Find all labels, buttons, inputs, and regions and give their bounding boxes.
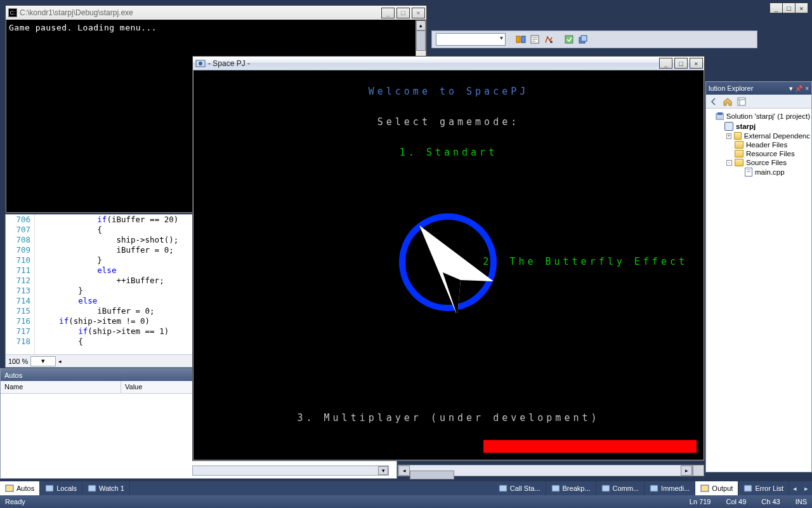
doc-hscroll[interactable]: ◂ ▸ (398, 465, 693, 476)
game-minimize-button[interactable]: _ (659, 58, 672, 69)
cmd-icon: C: (8, 8, 17, 17)
bottom-tab[interactable]: Output (695, 481, 738, 495)
status-bar: Ready Ln 719 Col 49 Ch 43 INS (0, 495, 812, 508)
autos-title: Autos (4, 371, 22, 379)
svg-rect-7 (738, 98, 745, 105)
solution-explorer-panel: lution Explorer ▾ 📌 × Solution 'starpj' … (705, 81, 812, 472)
se-props-icon[interactable] (737, 97, 747, 107)
tb-icon-4[interactable] (564, 34, 574, 44)
tabs-nav-right-icon[interactable]: ▸ (801, 481, 812, 495)
se-back-icon[interactable] (709, 97, 719, 107)
tree-item[interactable]: -Source Files (707, 158, 810, 167)
game-select: Select gamemode: (194, 116, 703, 128)
se-home-icon[interactable] (723, 97, 733, 107)
solution-icon (716, 112, 724, 121)
console-titlebar[interactable]: C: C:\kondr1\starpj\Debug\starpj.exe _ □… (6, 6, 426, 20)
svg-rect-4 (565, 36, 573, 43)
pin-icon[interactable]: 📌 (795, 85, 802, 92)
console-title: C:\kondr1\starpj\Debug\starpj.exe (20, 8, 133, 17)
svg-rect-14 (552, 485, 560, 491)
bottom-tab[interactable]: Comm... (596, 481, 645, 495)
game-option-3[interactable]: 3. Multiplayer (under development) (194, 412, 703, 424)
svg-rect-9 (717, 112, 723, 115)
game-app-icon (195, 59, 206, 68)
zoom-nav-left-icon[interactable]: ◂ (58, 358, 62, 364)
ide-minimize-button[interactable]: _ (769, 3, 783, 13)
autos-col-value[interactable]: Value (121, 381, 204, 393)
tree-item-label: External Dependenc (744, 132, 810, 140)
zoom-dropdown[interactable]: ▾ (30, 356, 56, 366)
autos-col-name[interactable]: Name (1, 381, 121, 393)
game-logo (397, 211, 499, 313)
game-titlebar[interactable]: - Space PJ - _ □ × (193, 57, 704, 70)
scroll-left-icon[interactable]: ◂ (398, 465, 410, 476)
status-col: Col 49 (726, 498, 747, 505)
tree-item[interactable]: -Header Files (707, 140, 810, 149)
tb-icon-2[interactable] (530, 34, 540, 44)
bottom-tab[interactable]: Locals (40, 481, 82, 495)
bottom-tab[interactable]: Watch 1 (82, 481, 130, 495)
tree-item[interactable]: -main.cpp (707, 167, 810, 177)
game-option-1[interactable]: 1. Standart (194, 147, 703, 158)
tree-item[interactable]: -starpj (707, 121, 810, 131)
code-lines[interactable]: if(iBuffer == 20) { ship->shot(); iBuffe… (35, 215, 178, 354)
bottom-tab[interactable]: Immedi... (645, 481, 695, 495)
svg-rect-6 (581, 36, 587, 41)
game-option-2[interactable]: 2. The Butterfly Effect (483, 256, 688, 267)
toolbar-combo[interactable] (436, 33, 506, 46)
scroll-thumb[interactable] (410, 471, 454, 479)
tabs-nav-left-icon[interactable]: ◂ (789, 481, 801, 495)
tb-icon-5[interactable] (578, 34, 588, 44)
game-progress-bar (483, 440, 697, 453)
bottom-tab[interactable]: Autos (0, 481, 40, 495)
scroll-end (693, 465, 704, 476)
console-scroll-thumb[interactable] (416, 30, 426, 51)
solution-tree[interactable]: Solution 'starpj' (1 project) -starpj+Ex… (706, 109, 811, 180)
status-ch: Ch 43 (761, 498, 780, 505)
folder-icon (735, 141, 743, 149)
proj-icon (724, 122, 733, 131)
status-ins: INS (796, 498, 807, 505)
tree-item-label: Header Files (746, 141, 787, 149)
code-editor[interactable]: 706707708709710711712713714715716717718 … (5, 214, 193, 368)
file-icon (745, 168, 752, 177)
console-minimize-button[interactable]: _ (381, 8, 395, 18)
bottom-tab[interactable]: Call Sta... (494, 481, 546, 495)
ide-maximize-button[interactable]: □ (782, 3, 796, 13)
folder-icon (735, 150, 743, 157)
tree-item-label: main.cpp (755, 168, 785, 176)
console-maximize-button[interactable]: □ (396, 8, 410, 18)
svg-rect-17 (701, 485, 709, 491)
game-close-button[interactable]: × (690, 58, 703, 69)
tb-icon-3[interactable] (544, 34, 554, 44)
svg-point-20 (199, 62, 202, 65)
code-hscroll[interactable]: ▾ (192, 465, 389, 476)
code-gutter: 706707708709710711712713714715716717718 (6, 215, 35, 354)
tree-item-label: starpj (736, 123, 756, 130)
bottom-tab[interactable]: Error List (738, 481, 789, 495)
console-close-button[interactable]: × (412, 8, 425, 18)
tree-item[interactable]: -Resource Files (707, 149, 810, 158)
solution-explorer-title: lution Explorer ▾ 📌 × (706, 82, 811, 95)
svg-rect-18 (744, 485, 752, 491)
code-zoom-bar: 100 % ▾ ◂ (6, 354, 193, 367)
scroll-up-icon[interactable]: ▴ (416, 20, 426, 30)
svg-point-3 (550, 41, 553, 43)
svg-rect-0 (516, 36, 520, 43)
close-icon[interactable]: × (805, 85, 809, 92)
bottom-tab[interactable]: Breakp... (546, 481, 596, 495)
game-maximize-button[interactable]: □ (674, 58, 688, 69)
tb-icon-1[interactable] (516, 34, 526, 44)
game-window: - Space PJ - _ □ × Welcome to SpacePJ Se… (192, 56, 705, 461)
game-title: - Space PJ - (208, 59, 250, 68)
scroll-right-icon[interactable]: ▸ (681, 465, 692, 476)
solution-root[interactable]: Solution 'starpj' (1 project) (707, 111, 810, 121)
tree-item[interactable]: +External Dependenc (707, 131, 810, 140)
dropdown-icon[interactable]: ▾ (789, 84, 793, 93)
game-body[interactable]: Welcome to SpacePJ Select gamemode: 1. S… (194, 72, 703, 459)
folder-icon (734, 132, 742, 140)
solution-root-label: Solution 'starpj' (1 project) (726, 112, 810, 120)
ide-close-button[interactable]: × (795, 3, 808, 13)
hscroll-row: ▾ ◂ ▸ (192, 465, 704, 476)
svg-rect-11 (46, 485, 53, 491)
